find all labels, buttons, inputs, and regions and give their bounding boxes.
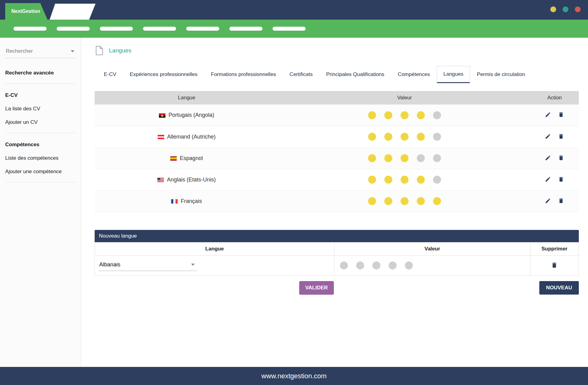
rating-dot bbox=[384, 133, 392, 141]
table-header-row: Langue Valeur Action bbox=[95, 91, 579, 105]
page-header: Langues bbox=[95, 46, 579, 55]
nav-item-placeholder[interactable] bbox=[57, 27, 90, 31]
tab-langues[interactable]: Langues bbox=[437, 66, 470, 83]
window-control-teal-button[interactable] bbox=[563, 6, 568, 12]
nav-item-placeholder[interactable] bbox=[143, 27, 176, 31]
language-cell: Anglais (Etats-Unis) bbox=[95, 169, 279, 190]
sidebar-item-add-cv[interactable]: Ajouter un CV bbox=[5, 119, 76, 125]
rating-dot bbox=[433, 154, 441, 162]
document-icon bbox=[95, 46, 104, 55]
window-control-yellow-button[interactable] bbox=[550, 6, 556, 12]
rating-dot[interactable] bbox=[405, 261, 413, 269]
rating-dot bbox=[433, 176, 441, 184]
column-header-valeur: Valeur bbox=[279, 91, 530, 105]
brand-name: NextGestion bbox=[11, 9, 40, 14]
window-control-red-button[interactable] bbox=[575, 6, 581, 12]
rating-dot bbox=[417, 133, 425, 141]
language-name: Portugais (Angola) bbox=[168, 112, 214, 118]
new-language-row: Albanais bbox=[95, 255, 579, 276]
edit-language-button[interactable] bbox=[545, 155, 551, 162]
tab-placeholder[interactable] bbox=[50, 4, 96, 20]
value-cell bbox=[279, 169, 530, 190]
tab-competences[interactable]: Compétences bbox=[391, 66, 437, 83]
value-cell bbox=[279, 190, 530, 212]
sidebar-divider bbox=[5, 83, 76, 84]
value-cell bbox=[279, 147, 530, 169]
rating-dots bbox=[368, 133, 441, 141]
rating-dot bbox=[433, 111, 441, 119]
rating-dot bbox=[368, 154, 376, 162]
main-content: Langues E-CV Expériences professionnelle… bbox=[81, 38, 588, 367]
rating-dots bbox=[368, 176, 441, 184]
language-row: Espagnol bbox=[95, 147, 579, 169]
action-cell bbox=[530, 105, 579, 126]
delete-language-button[interactable] bbox=[558, 176, 564, 183]
new-value-cell bbox=[334, 255, 530, 276]
rating-dot bbox=[401, 176, 409, 184]
rating-dot[interactable] bbox=[340, 261, 348, 269]
sidebar-divider bbox=[5, 133, 76, 133]
language-cell: Portugais (Angola) bbox=[95, 105, 279, 126]
rating-dot bbox=[368, 111, 376, 119]
column-header-langue: Langue bbox=[95, 91, 279, 105]
nav-item-placeholder[interactable] bbox=[13, 27, 47, 31]
rating-dot[interactable] bbox=[356, 261, 364, 269]
language-cell: Espagnol bbox=[95, 147, 279, 169]
rating-dot bbox=[384, 176, 392, 184]
sidebar-item-add-competence[interactable]: Ajouter une compétence bbox=[5, 169, 76, 175]
sidebar-item-cv-list[interactable]: La liste des CV bbox=[5, 106, 76, 112]
edit-language-button[interactable] bbox=[545, 112, 551, 119]
rating-dots bbox=[340, 261, 413, 269]
nouveau-button[interactable]: NOUVEAU bbox=[539, 281, 579, 295]
nav-item-placeholder[interactable] bbox=[186, 27, 219, 31]
rating-dot[interactable] bbox=[372, 261, 380, 269]
sidebar-item-competences-list[interactable]: Liste des compétences bbox=[5, 155, 76, 161]
language-name: Espagnol bbox=[180, 155, 203, 161]
rating-dot bbox=[368, 197, 376, 205]
footer-website: www.nextgestion.com bbox=[262, 372, 327, 380]
flag-spain-icon bbox=[170, 156, 177, 161]
delete-language-button[interactable] bbox=[558, 112, 564, 119]
tab-bar: E-CV Expériences professionnelles Format… bbox=[97, 66, 579, 83]
rating-dot bbox=[368, 133, 376, 141]
languages-table: Langue Valeur Action Portugais (Angola) bbox=[95, 91, 579, 212]
tab-certificats[interactable]: Certificats bbox=[283, 66, 319, 83]
action-cell bbox=[530, 147, 579, 169]
language-row: Français bbox=[95, 190, 579, 212]
footer: www.nextgestion.com bbox=[0, 367, 588, 385]
window-controls bbox=[550, 6, 581, 12]
delete-language-button[interactable] bbox=[558, 133, 564, 140]
nav-item-placeholder[interactable] bbox=[100, 27, 133, 31]
edit-language-button[interactable] bbox=[545, 198, 551, 205]
valider-button[interactable]: VALIDER bbox=[299, 281, 334, 295]
rating-dot bbox=[401, 133, 409, 141]
delete-language-button[interactable] bbox=[558, 155, 564, 162]
delete-language-button[interactable] bbox=[558, 198, 564, 205]
search-select[interactable]: Rechercher bbox=[5, 47, 76, 58]
value-cell bbox=[279, 126, 530, 147]
rating-dot[interactable] bbox=[389, 261, 397, 269]
sidebar: Rechercher Recherche avancée E-CV La lis… bbox=[0, 38, 81, 367]
rating-dot bbox=[417, 154, 425, 162]
language-select[interactable]: Albanais bbox=[99, 260, 197, 271]
tab-formations-professionnelles[interactable]: Formations professionnelles bbox=[204, 66, 283, 83]
rating-dots bbox=[368, 154, 441, 162]
tab-experiences-professionnelles[interactable]: Expériences professionnelles bbox=[123, 66, 204, 83]
tab-permis-de-circulation[interactable]: Permis de circulation bbox=[470, 66, 532, 83]
tab-ecv[interactable]: E-CV bbox=[97, 66, 123, 83]
nav-item-placeholder[interactable] bbox=[273, 27, 306, 31]
sidebar-divider bbox=[5, 182, 76, 182]
rating-dot bbox=[384, 197, 392, 205]
tab-principales-qualifications[interactable]: Principales Qualifications bbox=[319, 66, 391, 83]
delete-new-language-button[interactable] bbox=[551, 262, 558, 269]
titlebar: NextGestion bbox=[0, 0, 588, 20]
column-header-langue: Langue bbox=[95, 242, 334, 255]
chevron-down-icon bbox=[71, 50, 74, 52]
sidebar-item-advanced-search[interactable]: Recherche avancée bbox=[5, 70, 76, 76]
edit-language-button[interactable] bbox=[545, 133, 551, 140]
edit-language-button[interactable] bbox=[545, 176, 551, 183]
column-header-action: Action bbox=[530, 91, 579, 105]
language-row: Allemand (Autriche) bbox=[95, 126, 579, 147]
brand-logo[interactable]: NextGestion bbox=[5, 3, 47, 20]
nav-item-placeholder[interactable] bbox=[229, 27, 262, 31]
